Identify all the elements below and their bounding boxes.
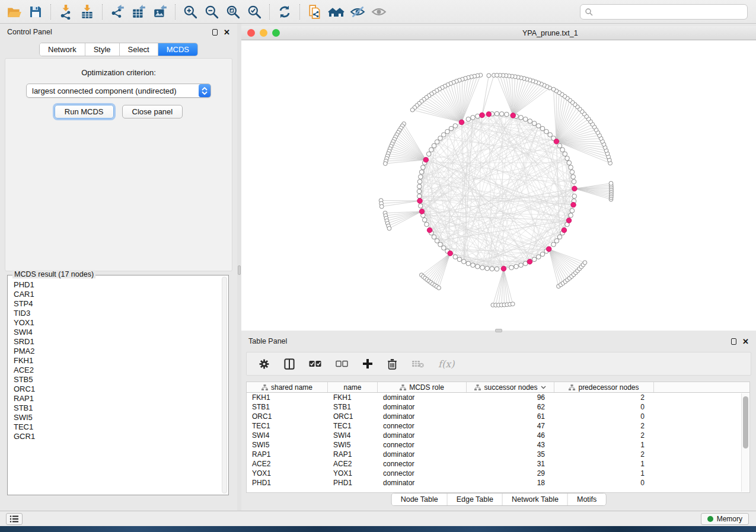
table-cell[interactable]: 0 (554, 478, 654, 488)
table-cell[interactable]: 96 (467, 393, 554, 402)
table-row[interactable]: FKH1FKH1dominator962 (247, 393, 749, 402)
table-row[interactable]: SWI4SWI4dominator462 (247, 431, 749, 440)
table-cell[interactable]: 43 (467, 440, 554, 450)
mcds-result-item[interactable]: RAP1 (14, 394, 228, 403)
table-cell[interactable]: 62 (467, 402, 554, 412)
delete-table-button[interactable] (412, 360, 424, 368)
table-row[interactable]: YOX1YOX1connector291 (247, 469, 749, 478)
table-splitter-handle[interactable] (495, 329, 502, 332)
tab-style[interactable]: Style (85, 43, 120, 56)
criterion-select[interactable]: largest connected component (undirected) (26, 84, 211, 98)
float-panel-icon[interactable] (212, 29, 218, 36)
table-cell[interactable]: connector (378, 459, 467, 469)
zoom-out-button[interactable] (201, 2, 222, 21)
table-cell[interactable]: YOX1 (328, 469, 378, 478)
first-neighbors-button[interactable] (326, 2, 347, 21)
window-maximize-icon[interactable] (272, 29, 280, 37)
deselect-all-button[interactable] (336, 360, 348, 367)
mcds-result-item[interactable]: SWI5 (14, 413, 228, 422)
mcds-result-item[interactable]: SRD1 (14, 337, 228, 347)
mcds-result-item[interactable]: CAR1 (14, 290, 228, 299)
table-scrollbar-thumb[interactable] (743, 396, 748, 448)
memory-button[interactable]: Memory (701, 513, 749, 525)
table-cell[interactable]: 0 (554, 412, 654, 421)
column-header-predecessor-nodes[interactable]: predecessor nodes (554, 382, 654, 392)
network-canvas[interactable] (241, 40, 756, 331)
mcds-result-item[interactable]: PMA2 (14, 347, 228, 356)
table-cell[interactable]: FKH1 (328, 393, 378, 402)
table-cell[interactable]: 2 (554, 393, 654, 402)
table-cell[interactable]: connector (378, 421, 467, 431)
table-cell[interactable]: ACE2 (328, 459, 378, 469)
close-table-panel-icon[interactable]: ✕ (742, 338, 749, 345)
mcds-result-item[interactable]: YOX1 (14, 318, 228, 328)
table-cell[interactable]: PHD1 (328, 478, 378, 488)
export-network-button[interactable] (107, 2, 128, 21)
table-cell[interactable]: connector (378, 440, 467, 450)
table-row[interactable]: TEC1TEC1connector472 (247, 421, 749, 431)
table-cell[interactable]: dominator (378, 412, 467, 421)
table-scrollbar[interactable] (741, 393, 749, 492)
table-cell[interactable]: ACE2 (247, 459, 328, 469)
table-cell[interactable]: ORC1 (328, 412, 378, 421)
mcds-result-item[interactable]: STB5 (14, 375, 228, 384)
tab-mcds[interactable]: MCDS (158, 43, 197, 56)
duplicate-network-button[interactable] (304, 2, 326, 21)
table-cell[interactable]: dominator (378, 402, 467, 412)
function-builder-button[interactable]: f(x) (438, 358, 454, 370)
zoom-in-button[interactable] (180, 2, 201, 21)
hide-selected-button[interactable] (347, 2, 368, 21)
mcds-result-item[interactable]: STP4 (14, 299, 228, 309)
table-cell[interactable]: YOX1 (247, 469, 328, 478)
mcds-result-item[interactable]: STB1 (14, 403, 228, 413)
panel-splitter[interactable] (237, 24, 241, 511)
table-cell[interactable]: SWI5 (247, 440, 328, 450)
column-header-name[interactable]: name (328, 382, 378, 392)
export-image-button[interactable] (149, 2, 171, 21)
close-panel-button[interactable]: Close panel (122, 105, 183, 118)
show-all-button[interactable] (368, 2, 390, 21)
tab-network-table[interactable]: Network Table (503, 493, 568, 505)
table-cell[interactable]: RAP1 (328, 450, 378, 459)
table-settings-button[interactable] (259, 358, 270, 370)
table-cell[interactable]: FKH1 (247, 393, 328, 402)
zoom-fit-button[interactable] (222, 2, 244, 21)
mcds-result-item[interactable]: FKH1 (14, 356, 228, 366)
export-table-button[interactable] (128, 2, 149, 21)
mcds-result-item[interactable]: SWI4 (14, 328, 228, 337)
table-row[interactable]: ACE2ACE2connector311 (247, 459, 749, 469)
tab-network[interactable]: Network (40, 43, 85, 56)
mcds-result-item[interactable]: ORC1 (14, 384, 228, 394)
tab-edge-table[interactable]: Edge Table (448, 493, 503, 505)
table-row[interactable]: STB1STB1dominator620 (247, 402, 749, 412)
table-cell[interactable]: 46 (467, 431, 554, 440)
column-header-shared-name[interactable]: shared name (247, 382, 328, 392)
show-panels-button[interactable] (6, 513, 23, 525)
table-cell[interactable]: RAP1 (247, 450, 328, 459)
table-cell[interactable]: dominator (378, 431, 467, 440)
table-cell[interactable]: TEC1 (328, 421, 378, 431)
mcds-result-item[interactable]: ACE2 (14, 366, 228, 375)
tab-node-table[interactable]: Node Table (392, 493, 448, 505)
tab-select[interactable]: Select (120, 43, 158, 56)
tab-motifs[interactable]: Motifs (568, 493, 605, 505)
table-cell[interactable]: PHD1 (247, 478, 328, 488)
add-column-button[interactable] (362, 358, 373, 369)
table-cell[interactable]: dominator (378, 393, 467, 402)
delete-column-button[interactable] (387, 358, 397, 370)
result-scrollbar[interactable] (222, 277, 227, 493)
search-field[interactable] (580, 4, 748, 20)
table-cell[interactable]: dominator (378, 450, 467, 459)
table-row[interactable]: SWI5SWI5connector431 (247, 440, 749, 450)
open-file-button[interactable] (4, 2, 25, 21)
network-titlebar[interactable]: YPA_prune.txt_1 (241, 26, 756, 40)
mcds-result-item[interactable]: TEC1 (14, 422, 228, 432)
table-row[interactable]: RAP1RAP1dominator352 (247, 450, 749, 459)
column-header-MCDS-role[interactable]: MCDS role (378, 382, 467, 392)
table-cell[interactable]: SWI5 (328, 440, 378, 450)
mcds-result-item[interactable]: TID3 (14, 309, 228, 318)
table-cell[interactable]: 31 (467, 459, 554, 469)
table-cell[interactable]: 1 (554, 459, 654, 469)
save-session-button[interactable] (25, 2, 46, 21)
table-cell[interactable]: 18 (467, 478, 554, 488)
